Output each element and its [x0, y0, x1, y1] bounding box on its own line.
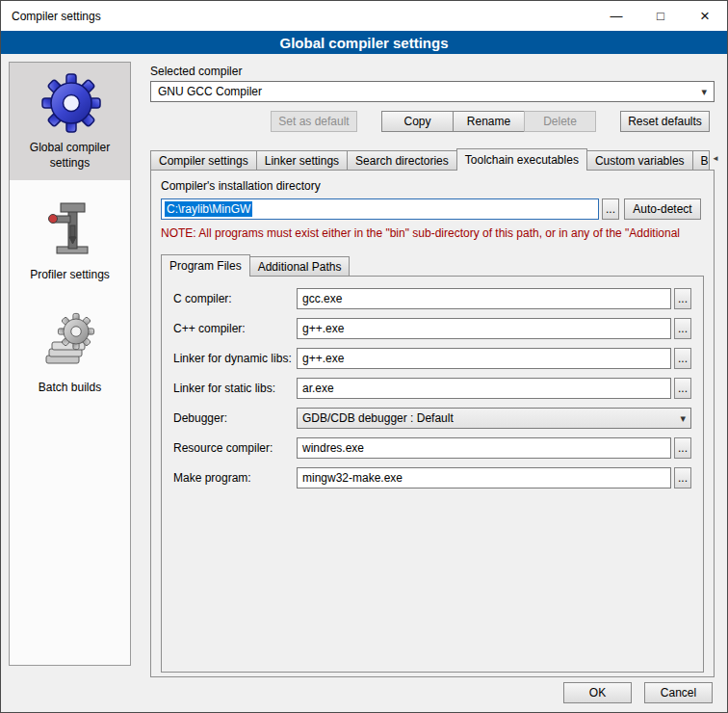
resource-compiler-input[interactable]: windres.exe — [297, 437, 671, 459]
static-linker-input[interactable]: ar.exe — [297, 378, 671, 399]
compiler-combobox[interactable]: GNU GCC Compiler ▾ — [150, 81, 715, 102]
field-row-static-linker: Linker for static libs: ar.exe ... — [173, 378, 691, 399]
chevron-down-icon: ▾ — [701, 86, 707, 98]
make-program-input[interactable]: mingw32-make.exe — [297, 467, 671, 489]
tab-additional-paths[interactable]: Additional Paths — [249, 256, 351, 276]
toolchain-executables-panel: Compiler's installation directory C:\ray… — [150, 170, 715, 677]
tab-linker-settings[interactable]: Linker settings — [256, 150, 348, 170]
dynamic-linker-input[interactable]: g++.exe — [297, 348, 671, 369]
sidebar-item-label: Profiler settings — [30, 268, 110, 283]
field-row-cpp-compiler: C++ compiler: g++.exe ... — [173, 318, 691, 339]
browse-button[interactable]: ... — [602, 198, 619, 220]
toolchain-inner-tab-strip: Program Files Additional Paths — [161, 253, 704, 276]
compiler-actions: Set as default Copy Rename Delete Reset … — [150, 111, 715, 132]
dialog-footer: OK Cancel — [563, 682, 713, 703]
rename-button[interactable]: Rename — [453, 111, 525, 132]
tab-compiler-settings[interactable]: Compiler settings — [150, 150, 257, 170]
window-title: Compiler settings — [1, 10, 101, 23]
maximize-button[interactable]: □ — [638, 1, 683, 31]
gear-icon — [39, 71, 101, 133]
close-icon: × — [700, 7, 710, 26]
browse-button[interactable]: ... — [674, 288, 691, 309]
field-label: Make program: — [173, 471, 297, 485]
scroll-left-icon: ◄ — [712, 154, 719, 163]
install-dir-row: C:\raylib\MinGW ... Auto-detect — [161, 198, 704, 220]
field-label: Resource compiler: — [173, 441, 297, 455]
sidebar-item-batch-builds[interactable]: Batch builds — [10, 303, 130, 406]
tab-program-files[interactable]: Program Files — [161, 254, 250, 277]
selected-compiler-label: Selected compiler — [150, 65, 715, 78]
browse-button[interactable]: ... — [674, 318, 691, 339]
minimize-button[interactable]: — — [594, 1, 638, 31]
field-label: Linker for static libs: — [173, 382, 297, 395]
header-banner: Global compiler settings — [1, 31, 727, 54]
tab-search-directories[interactable]: Search directories — [347, 150, 457, 170]
tab-scrollers: ◄ ► — [709, 150, 728, 168]
field-row-resource-compiler: Resource compiler: windres.exe ... — [173, 437, 691, 459]
note-text: NOTE: All programs must exist either in … — [161, 226, 704, 240]
tab-custom-variables[interactable]: Custom variables — [586, 150, 693, 170]
compiler-settings-dialog: Compiler settings — □ × Global compiler … — [0, 0, 728, 713]
debugger-select[interactable]: GDB/CDB debugger : Default ▾ — [297, 408, 691, 429]
profiler-icon — [39, 198, 101, 260]
tab-build-options[interactable]: Buil — [692, 150, 710, 170]
sidebar: Global compiler settings Profiler settin… — [9, 62, 131, 666]
maximize-icon: □ — [657, 9, 664, 23]
delete-button[interactable]: Delete — [524, 111, 596, 132]
cpp-compiler-input[interactable]: g++.exe — [297, 318, 671, 339]
batch-builds-icon — [39, 311, 101, 373]
field-label: C++ compiler: — [173, 322, 297, 335]
field-row-c-compiler: C compiler: gcc.exe ... — [173, 288, 691, 309]
browse-button[interactable]: ... — [674, 348, 691, 369]
field-label: C compiler: — [173, 292, 297, 305]
browse-button[interactable]: ... — [674, 467, 691, 489]
browse-button[interactable]: ... — [674, 378, 691, 399]
reset-defaults-button[interactable]: Reset defaults — [620, 111, 710, 132]
settings-tab-strip: Compiler settings Linker settings Search… — [150, 147, 715, 170]
ok-button[interactable]: OK — [563, 682, 632, 703]
page-title: Global compiler settings — [279, 35, 448, 51]
browse-button[interactable]: ... — [674, 437, 691, 459]
sidebar-item-profiler-settings[interactable]: Profiler settings — [10, 190, 130, 293]
install-dir-input[interactable]: C:\raylib\MinGW — [161, 198, 599, 220]
close-button[interactable]: × — [683, 1, 727, 31]
tab-toolchain-executables[interactable]: Toolchain executables — [456, 148, 587, 171]
sidebar-item-label: Batch builds — [39, 381, 101, 396]
sidebar-item-global-compiler-settings[interactable]: Global compiler settings — [10, 63, 130, 180]
auto-detect-button[interactable]: Auto-detect — [624, 198, 701, 220]
sidebar-item-label: Global compiler settings — [13, 141, 126, 171]
minimize-icon: — — [611, 9, 623, 23]
window-controls: — □ × — [594, 1, 727, 31]
c-compiler-input[interactable]: gcc.exe — [297, 288, 671, 309]
field-row-debugger: Debugger: GDB/CDB debugger : Default ▾ — [173, 408, 691, 429]
cancel-button[interactable]: Cancel — [644, 682, 713, 703]
install-dir-value: C:\raylib\MinGW — [165, 201, 252, 217]
field-row-make-program: Make program: mingw32-make.exe ... — [173, 467, 691, 489]
main-panel: Selected compiler GNU GCC Compiler ▾ Set… — [150, 65, 715, 677]
set-as-default-button[interactable]: Set as default — [271, 111, 357, 132]
title-bar: Compiler settings — □ × — [1, 1, 727, 31]
compiler-combobox-value: GNU GCC Compiler — [158, 85, 262, 98]
copy-button[interactable]: Copy — [381, 111, 454, 132]
chevron-down-icon: ▾ — [680, 412, 686, 425]
tab-scroll-left-button[interactable]: ◄ — [709, 150, 723, 168]
program-files-panel: C compiler: gcc.exe ... C++ compiler: g+… — [161, 276, 704, 673]
tab-scroll-right-button[interactable]: ► — [723, 150, 728, 168]
field-label: Linker for dynamic libs: — [173, 352, 297, 365]
field-label: Debugger: — [173, 411, 297, 425]
field-row-dynamic-linker: Linker for dynamic libs: g++.exe ... — [173, 348, 691, 369]
install-dir-group-label: Compiler's installation directory — [161, 179, 704, 193]
